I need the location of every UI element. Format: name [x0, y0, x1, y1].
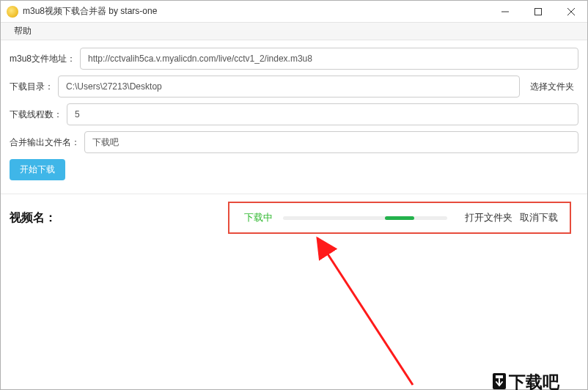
- app-icon: [7, 6, 18, 18]
- svg-line-4: [317, 238, 413, 385]
- divider: [1, 194, 587, 194]
- threads-label: 下载线程数：: [10, 108, 62, 121]
- row-outfile: 合并输出文件名：: [10, 131, 578, 153]
- progress-indicator: [385, 216, 414, 220]
- app-window: m3u8视频下载合并器 by stars-one 帮助 m3u8文件地址： 下载…: [0, 0, 588, 390]
- row-start: 开始下载: [10, 159, 578, 180]
- video-name-label: 视频名：: [10, 210, 56, 226]
- annotation-arrow-icon: [273, 231, 435, 390]
- svg-text:下载吧: 下载吧: [508, 373, 560, 390]
- titlebar: m3u8视频下载合并器 by stars-one: [1, 1, 587, 23]
- row-threads: 下载线程数：: [10, 103, 578, 125]
- minimize-button[interactable]: [488, 1, 521, 22]
- status-downloading: 下载中: [244, 211, 273, 224]
- url-input[interactable]: [80, 48, 578, 70]
- xiazaiba-logo: 下载吧 www.xiazaiba.com: [490, 370, 571, 390]
- content-area: m3u8文件地址： 下载目录： 选择文件夹 下载线程数： 合并输出文件名： 开始…: [1, 40, 587, 390]
- threads-input[interactable]: [67, 103, 578, 125]
- window-title: m3u8视频下载合并器 by stars-one: [23, 5, 488, 18]
- cancel-download-button[interactable]: 取消下载: [520, 211, 558, 224]
- download-status-box: 下载中 打开文件夹 取消下载: [228, 202, 571, 234]
- choose-folder-button[interactable]: 选择文件夹: [526, 81, 578, 93]
- svg-rect-6: [496, 375, 503, 378]
- dir-input[interactable]: [58, 76, 520, 98]
- outfile-input[interactable]: [84, 131, 578, 153]
- status-area: 视频名： 下载中 打开文件夹 取消下载: [10, 202, 578, 390]
- row-url: m3u8文件地址：: [10, 48, 578, 70]
- svg-rect-1: [534, 8, 541, 15]
- outfile-label: 合并输出文件名：: [10, 136, 80, 149]
- maximize-button[interactable]: [521, 1, 554, 22]
- start-download-button[interactable]: 开始下载: [10, 159, 65, 180]
- menubar: 帮助: [1, 23, 587, 40]
- open-folder-button[interactable]: 打开文件夹: [465, 211, 512, 224]
- close-button[interactable]: [554, 1, 587, 22]
- dir-label: 下载目录：: [10, 81, 54, 93]
- menu-help[interactable]: 帮助: [8, 23, 37, 39]
- progress-bar: [283, 216, 447, 220]
- row-dir: 下载目录： 选择文件夹: [10, 76, 578, 98]
- url-label: m3u8文件地址：: [10, 53, 76, 65]
